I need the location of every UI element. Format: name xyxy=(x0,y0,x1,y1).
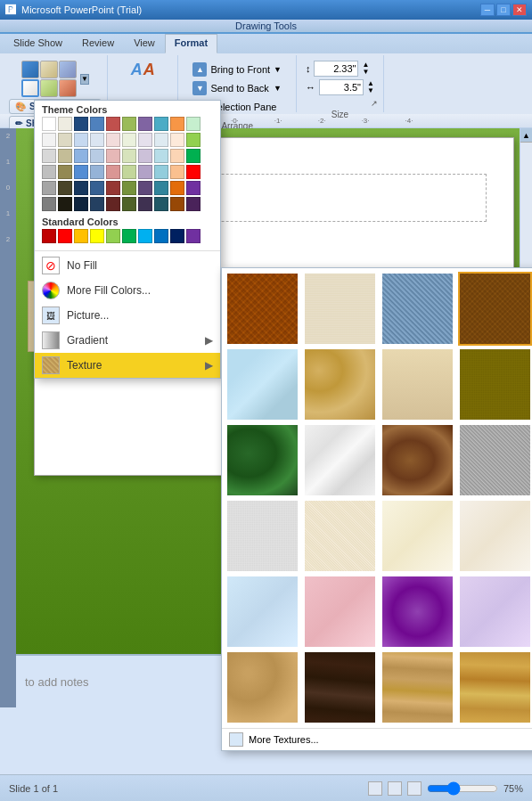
theme-color-swatch[interactable] xyxy=(106,149,120,163)
theme-color-swatch[interactable] xyxy=(74,181,88,195)
theme-color-swatch[interactable] xyxy=(170,197,184,211)
scroll-up-button[interactable]: ▲ xyxy=(520,128,532,143)
view-slide-sorter-button[interactable] xyxy=(388,781,402,796)
theme-color-swatch[interactable] xyxy=(106,133,120,147)
theme-color-swatch[interactable] xyxy=(90,149,104,163)
theme-color-swatch[interactable] xyxy=(154,149,168,163)
theme-color-swatch[interactable] xyxy=(74,133,88,147)
theme-color-swatch[interactable] xyxy=(138,181,152,195)
width-input[interactable] xyxy=(319,79,364,95)
theme-color-swatch[interactable] xyxy=(58,133,72,147)
texture-cell[interactable] xyxy=(381,272,454,346)
theme-color-swatch[interactable] xyxy=(122,149,136,163)
theme-color-swatch[interactable] xyxy=(106,165,120,179)
texture-cell[interactable] xyxy=(381,650,454,724)
texture-cell[interactable] xyxy=(303,272,377,346)
theme-color-swatch[interactable] xyxy=(74,117,88,131)
theme-color-swatch[interactable] xyxy=(186,149,201,163)
texture-cell[interactable] xyxy=(303,650,377,724)
theme-color-swatch[interactable] xyxy=(154,133,168,147)
close-button[interactable]: ✕ xyxy=(512,4,527,16)
theme-color-swatch[interactable] xyxy=(138,149,152,163)
texture-cell[interactable] xyxy=(225,423,299,497)
theme-color-swatch[interactable] xyxy=(42,165,56,179)
theme-color-swatch[interactable] xyxy=(58,117,72,131)
theme-color-swatch[interactable] xyxy=(74,165,88,179)
theme-color-swatch[interactable] xyxy=(186,117,201,131)
more-fill-colors-item[interactable]: More Fill Colors... xyxy=(35,278,220,303)
texture-cell[interactable] xyxy=(458,650,532,724)
tab-view[interactable]: View xyxy=(124,34,165,53)
standard-color-swatch[interactable] xyxy=(58,229,72,243)
theme-color-swatch[interactable] xyxy=(170,117,184,131)
texture-cell[interactable] xyxy=(458,575,532,649)
standard-color-swatch[interactable] xyxy=(154,229,168,243)
theme-color-swatch[interactable] xyxy=(154,117,168,131)
texture-cell[interactable] xyxy=(381,347,454,421)
theme-color-swatch[interactable] xyxy=(138,197,152,211)
texture-cell[interactable] xyxy=(458,499,532,573)
texture-cell[interactable] xyxy=(303,575,377,649)
theme-color-swatch[interactable] xyxy=(42,117,56,131)
size-dialog-launcher[interactable]: ↗ xyxy=(371,99,378,108)
theme-color-swatch[interactable] xyxy=(154,197,168,211)
theme-color-swatch[interactable] xyxy=(74,197,88,211)
theme-color-swatch[interactable] xyxy=(138,117,152,131)
standard-color-swatch[interactable] xyxy=(170,229,184,243)
width-down[interactable]: ▼ xyxy=(367,87,374,94)
height-down[interactable]: ▼ xyxy=(362,69,369,76)
theme-color-swatch[interactable] xyxy=(90,181,104,195)
theme-color-swatch[interactable] xyxy=(122,133,136,147)
theme-color-swatch[interactable] xyxy=(106,197,120,211)
theme-color-swatch[interactable] xyxy=(42,133,56,147)
texture-cell[interactable] xyxy=(225,650,299,724)
theme-color-swatch[interactable] xyxy=(58,165,72,179)
texture-cell[interactable] xyxy=(303,423,377,497)
theme-color-swatch[interactable] xyxy=(42,149,56,163)
standard-color-swatch[interactable] xyxy=(42,229,56,243)
theme-color-swatch[interactable] xyxy=(186,197,201,211)
theme-color-swatch[interactable] xyxy=(170,181,184,195)
texture-cell[interactable] xyxy=(381,423,454,497)
standard-color-swatch[interactable] xyxy=(138,229,152,243)
minimize-button[interactable]: ─ xyxy=(480,4,495,16)
texture-cell[interactable] xyxy=(458,423,532,497)
maximize-button[interactable]: □ xyxy=(496,4,511,16)
theme-color-swatch[interactable] xyxy=(90,165,104,179)
texture-cell[interactable] xyxy=(381,499,454,573)
theme-color-swatch[interactable] xyxy=(170,133,184,147)
theme-color-swatch[interactable] xyxy=(90,133,104,147)
picture-item[interactable]: 🖼 Picture... xyxy=(35,303,220,328)
view-slideshow-button[interactable] xyxy=(407,781,422,796)
theme-color-swatch[interactable] xyxy=(42,197,56,211)
standard-color-swatch[interactable] xyxy=(122,229,136,243)
theme-color-swatch[interactable] xyxy=(154,181,168,195)
theme-color-swatch[interactable] xyxy=(122,181,136,195)
theme-color-swatch[interactable] xyxy=(186,133,201,147)
theme-color-swatch[interactable] xyxy=(154,165,168,179)
tab-review[interactable]: Review xyxy=(72,34,124,53)
standard-color-swatch[interactable] xyxy=(74,229,88,243)
theme-color-swatch[interactable] xyxy=(170,165,184,179)
theme-color-swatch[interactable] xyxy=(58,197,72,211)
texture-cell[interactable] xyxy=(225,347,299,421)
theme-color-swatch[interactable] xyxy=(122,165,136,179)
texture-cell[interactable] xyxy=(225,499,299,573)
theme-color-swatch[interactable] xyxy=(186,181,201,195)
texture-cell[interactable] xyxy=(303,347,377,421)
texture-item[interactable]: Texture ▶ xyxy=(35,353,220,378)
tab-format[interactable]: Format xyxy=(165,34,217,53)
tab-slideshow[interactable]: Slide Show xyxy=(4,34,72,53)
theme-color-swatch[interactable] xyxy=(42,181,56,195)
theme-color-swatch[interactable] xyxy=(122,117,136,131)
texture-cell[interactable] xyxy=(458,272,532,346)
texture-cell[interactable] xyxy=(381,575,454,649)
texture-cell[interactable] xyxy=(225,272,299,346)
gradient-item[interactable]: Gradient ▶ xyxy=(35,328,220,353)
standard-color-swatch[interactable] xyxy=(106,229,120,243)
theme-color-swatch[interactable] xyxy=(138,165,152,179)
texture-cell[interactable] xyxy=(225,575,299,649)
theme-color-swatch[interactable] xyxy=(106,117,120,131)
more-textures-item[interactable]: More Textures... xyxy=(222,728,532,750)
theme-color-swatch[interactable] xyxy=(74,149,88,163)
